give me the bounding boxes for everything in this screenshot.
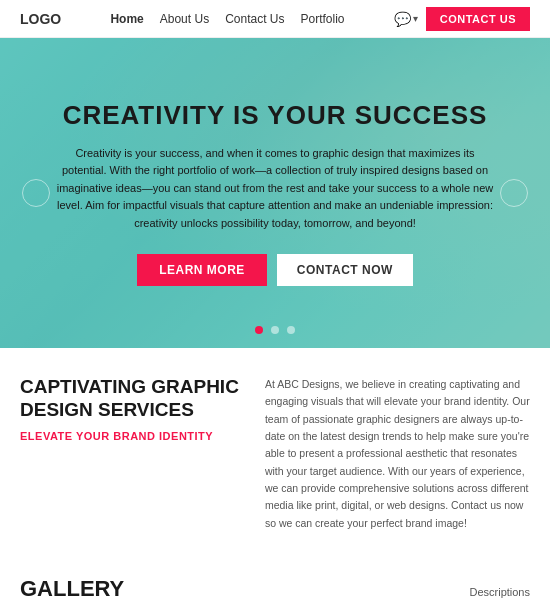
gallery-descriptions-link[interactable]: Descriptions <box>469 586 530 598</box>
hero-title: CREATIVITY IS YOUR SUCCESS <box>55 100 495 131</box>
gallery-header: GALLERY Descriptions <box>20 576 530 600</box>
dot-1[interactable] <box>255 326 263 334</box>
hero-subtitle: Creativity is your success, and when it … <box>55 145 495 233</box>
navbar: LOGO Home About Us Contact Us Portfolio … <box>0 0 550 38</box>
hero-buttons: LEARN MORE CONTACT NOW <box>55 254 495 286</box>
services-left: CAPTIVATING GRAPHIC DESIGN SERVICES ELEV… <box>20 376 241 532</box>
services-section: CAPTIVATING GRAPHIC DESIGN SERVICES ELEV… <box>0 348 550 556</box>
services-description: At ABC Designs, we believe in creating c… <box>265 376 530 532</box>
logo: LOGO <box>20 11 61 27</box>
services-title: CAPTIVATING GRAPHIC DESIGN SERVICES <box>20 376 241 422</box>
nav-right: 💬 ▾ CONTACT US <box>394 7 530 31</box>
hero-content: CREATIVITY IS YOUR SUCCESS Creativity is… <box>15 100 535 287</box>
speech-bubble-icon[interactable]: 💬 ▾ <box>394 11 418 27</box>
nav-contact[interactable]: Contact Us <box>225 12 284 26</box>
nav-portfolio[interactable]: Portfolio <box>300 12 344 26</box>
hero-section: CREATIVITY IS YOUR SUCCESS Creativity is… <box>0 38 550 348</box>
services-subtitle: ELEVATE YOUR BRAND IDENTITY <box>20 430 241 442</box>
gallery-title: GALLERY <box>20 576 124 600</box>
hero-dots <box>255 326 295 334</box>
nav-links: Home About Us Contact Us Portfolio <box>110 12 344 26</box>
learn-more-button[interactable]: LEARN MORE <box>137 254 267 286</box>
contact-now-button[interactable]: CONTACT NOW <box>277 254 413 286</box>
nav-home[interactable]: Home <box>110 12 143 26</box>
contact-us-button[interactable]: CONTACT US <box>426 7 530 31</box>
nav-about[interactable]: About Us <box>160 12 209 26</box>
gallery-section: GALLERY Descriptions <box>0 556 550 600</box>
dot-3[interactable] <box>287 326 295 334</box>
dot-2[interactable] <box>271 326 279 334</box>
